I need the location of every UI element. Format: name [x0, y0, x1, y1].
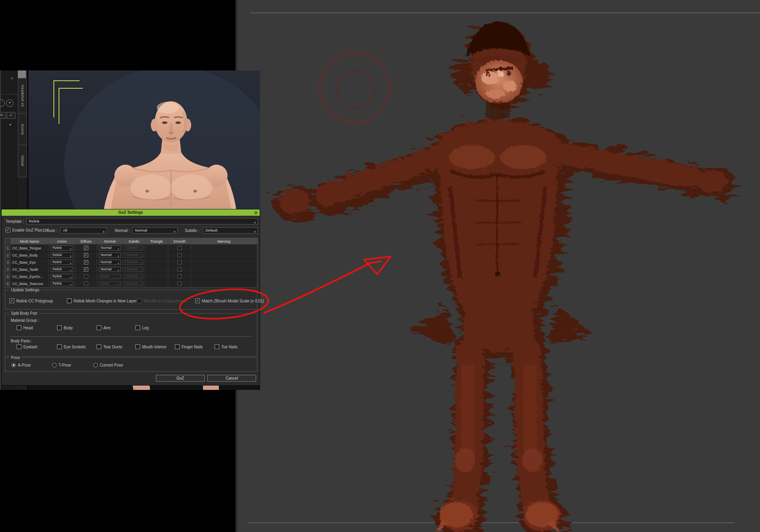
checkbox-head[interactable]: Head	[17, 325, 33, 330]
checkbox-box[interactable]	[137, 298, 142, 303]
checkbox-box[interactable]	[97, 344, 101, 349]
radio-current-pose[interactable]: Current Pose	[93, 363, 123, 367]
normal-dropdown[interactable]: Normal▼	[132, 227, 178, 234]
tab-label: Headshot v2	[21, 85, 25, 107]
action-cell: Relink▼	[49, 259, 76, 266]
smooth-checkbox[interactable]	[177, 260, 182, 264]
table-row-cc-base-tearline[interactable]: 6CC_Base_TearLineRelink▼None▼Current▼	[5, 280, 258, 287]
table-row-cc-base-eye[interactable]: 3CC_Base_EyeRelink▼✓Normal▼Current▼	[5, 259, 258, 266]
table-row-cc-base-teeth[interactable]: 4CC_Base_TeethRelink▼✓Normal▼Current▼	[5, 266, 258, 273]
checkbox-box[interactable]	[97, 325, 101, 330]
subdiv-cell: Current▼	[123, 273, 145, 280]
checkbox-box[interactable]	[67, 298, 72, 303]
diffuse-checkbox[interactable]: ✓	[84, 260, 88, 264]
smooth-cell	[168, 252, 191, 258]
checkbox-label: Relink CC Polygroup	[16, 299, 53, 303]
tab-headshot-v2[interactable]: Headshot v2	[18, 78, 27, 114]
checkbox-label: Leg	[142, 326, 149, 330]
triangle-cell	[145, 266, 168, 273]
cell-dropdown[interactable]: Relink▼	[51, 245, 74, 251]
checkbox-body[interactable]: Body	[57, 325, 73, 330]
checkbox-enable-goz-plus[interactable]: ✓ Enable GoZ Plus	[6, 228, 42, 232]
checkbox-box[interactable]	[135, 344, 140, 349]
radio-circle[interactable]	[93, 363, 98, 367]
checkbox-box[interactable]: ✓	[195, 298, 200, 303]
checkbox-box[interactable]	[57, 325, 62, 330]
smooth-checkbox[interactable]	[177, 267, 182, 272]
checkbox-relink-mesh-changes-in-new-layer[interactable]: Relink Mesh Changes in New Layer	[67, 298, 137, 303]
checkbox-toe-nails[interactable]: Toe Nails	[215, 344, 238, 349]
cancel-button[interactable]: Cancel	[207, 375, 256, 382]
chevron-down-circle-icon[interactable]: ▼	[6, 99, 13, 107]
align-icon[interactable]: NI	[0, 112, 6, 119]
checkbox-box[interactable]	[17, 325, 21, 330]
diffuse-dropdown[interactable]: All▼	[60, 227, 107, 234]
radio-circle[interactable]	[52, 363, 57, 367]
tab-visual[interactable]: Visual	[18, 145, 27, 177]
checkbox-tear-ducts[interactable]: Tear Ducts	[97, 344, 122, 349]
checkbox-label: Mouth Interior	[142, 345, 167, 349]
cell-dropdown[interactable]: Normal▼	[99, 260, 121, 265]
checkbox-box[interactable]	[135, 325, 140, 330]
checkbox-eye-sockets[interactable]: Eye Sockets	[57, 344, 86, 349]
table-row-cc-base-body[interactable]: 2CC_Base_BodyRelink▼✓Normal▼Current▼	[5, 252, 258, 259]
checkbox-mouth-interior[interactable]: Mouth Interior	[135, 344, 167, 349]
tab-scene[interactable]: Scene	[18, 113, 27, 146]
subdiv-dropdown[interactable]: Default▼	[203, 227, 258, 234]
radio-a-pose[interactable]: A-Pose	[11, 363, 31, 367]
cell-dropdown[interactable]: Normal▼	[99, 245, 121, 251]
col-header-warning: Warning	[191, 238, 257, 244]
body-parts-label: Body Parts :	[11, 339, 32, 343]
checkbox-finger-nails[interactable]: Finger Nails	[175, 344, 203, 349]
sculpted-creature-model[interactable]	[236, 0, 760, 532]
diffuse-checkbox[interactable]: ✓	[84, 253, 88, 257]
template-dropdown[interactable]: Relink▼	[26, 218, 258, 224]
cell-dropdown[interactable]: Relink▼	[51, 274, 74, 279]
table-row-cc-base-tongue[interactable]: 1CC_Base_TongueRelink▼✓Normal▼Current▼	[5, 245, 258, 252]
checkbox-box[interactable]	[17, 344, 21, 349]
diffuse-cell	[76, 280, 97, 287]
smooth-checkbox[interactable]	[177, 253, 182, 257]
dialog-titlebar[interactable]: GoZ Settings	[2, 209, 260, 216]
radio-circle[interactable]	[11, 363, 16, 367]
table-row-cc-base-eyeoc[interactable]: 5CC_Base_EyeOc...Relink▼None▼Current▼	[5, 273, 258, 280]
checkbox-box[interactable]: ✓	[10, 298, 14, 303]
chevron-down-icon: ▼	[70, 261, 72, 266]
cell-dropdown[interactable]: Relink▼	[51, 267, 74, 272]
zbrush-viewport[interactable]	[236, 0, 760, 532]
smooth-checkbox[interactable]	[177, 246, 182, 250]
normal-cell: Normal▼	[97, 266, 123, 273]
col-header-action: Action	[49, 238, 76, 244]
cell-dropdown[interactable]: Normal▼	[99, 253, 121, 258]
group-legend: Pose	[9, 355, 22, 360]
smooth-checkbox[interactable]	[177, 274, 182, 279]
smooth-checkbox[interactable]	[177, 281, 182, 286]
row-number: 5	[5, 273, 11, 280]
checkbox-relink-cc-polygroup[interactable]: ✓Relink CC Polygroup	[10, 298, 53, 303]
close-icon[interactable]: ⊗	[254, 210, 258, 215]
checkbox-box[interactable]: ✓	[6, 228, 10, 232]
angle-icon[interactable]: ∠°	[7, 112, 15, 119]
diffuse-checkbox[interactable]: ✓	[84, 246, 88, 250]
goz-button[interactable]: GoZ	[156, 375, 205, 382]
chevron-down-icon: ▼	[70, 268, 72, 273]
checkbox-wrinkle-to-displacement[interactable]: Wrinkle to Displacement	[137, 298, 186, 303]
rotate-icon[interactable]	[0, 99, 5, 107]
collapse-panel-icon[interactable]: «	[10, 77, 15, 80]
cell-dropdown[interactable]: Normal▼	[99, 267, 121, 272]
checkbox-eyelash[interactable]: Eyelash	[17, 344, 38, 349]
dropdown-caret-icon[interactable]: ▼	[9, 123, 12, 127]
checkbox-box[interactable]	[215, 344, 219, 349]
diffuse-checkbox[interactable]: ✓	[84, 267, 88, 272]
cell-dropdown[interactable]: Relink▼	[51, 281, 74, 286]
checkbox-match-zbrush-model-scale-x-0-01[interactable]: ✓Match ZBrush Model Scale (x 0.01)	[195, 298, 264, 303]
cell-dropdown[interactable]: Relink▼	[51, 253, 74, 258]
diffuse-cell: ✓	[76, 252, 97, 258]
checkbox-box[interactable]	[57, 344, 62, 349]
checkbox-box[interactable]	[175, 344, 180, 349]
radio-t-pose[interactable]: T-Pose	[52, 363, 71, 367]
normal-cell: None▼	[97, 273, 123, 280]
cell-dropdown[interactable]: Relink▼	[51, 260, 74, 265]
checkbox-arm[interactable]: Arm	[97, 325, 110, 330]
checkbox-leg[interactable]: Leg	[135, 325, 149, 330]
